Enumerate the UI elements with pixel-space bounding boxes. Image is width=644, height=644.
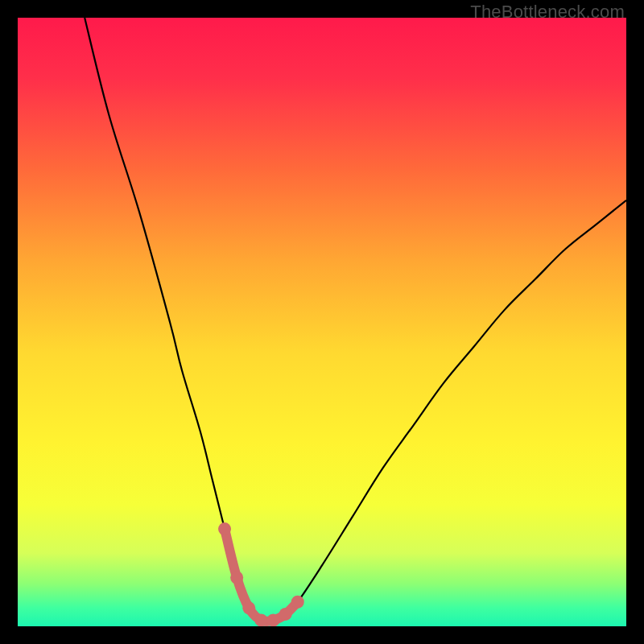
- bottleneck-curve: [85, 18, 626, 621]
- chart-canvas: [18, 18, 626, 626]
- highlight-point: [279, 608, 292, 621]
- highlight-point: [218, 522, 231, 535]
- watermark-text: TheBottleneck.com: [470, 2, 625, 23]
- plot-area: [18, 18, 626, 626]
- highlight-point: [230, 572, 243, 584]
- optimal-highlight: [218, 522, 304, 626]
- chart-stage: TheBottleneck.com: [0, 0, 644, 644]
- highlight-point: [242, 601, 255, 614]
- highlight-point: [254, 613, 267, 626]
- highlight-point: [267, 613, 280, 626]
- highlight-point: [291, 596, 304, 609]
